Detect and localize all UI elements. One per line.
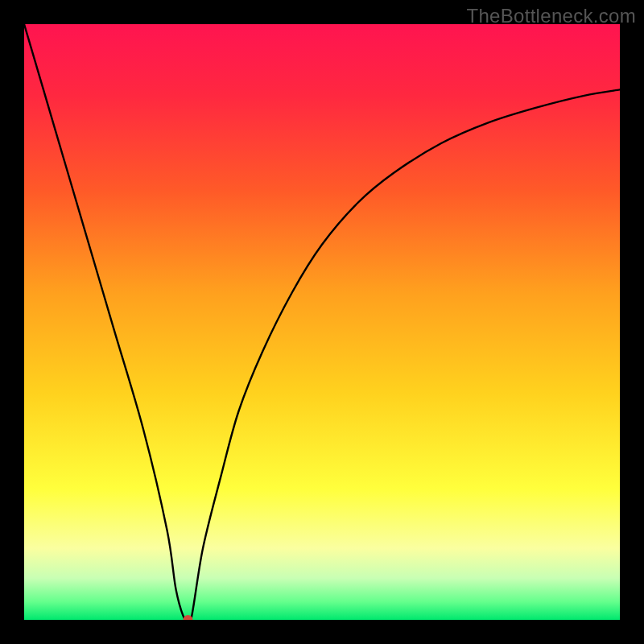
watermark-text: TheBottleneck.com [466, 5, 636, 27]
chart-frame [24, 24, 620, 620]
gradient-background [24, 24, 620, 620]
bottleneck-chart [24, 24, 620, 620]
